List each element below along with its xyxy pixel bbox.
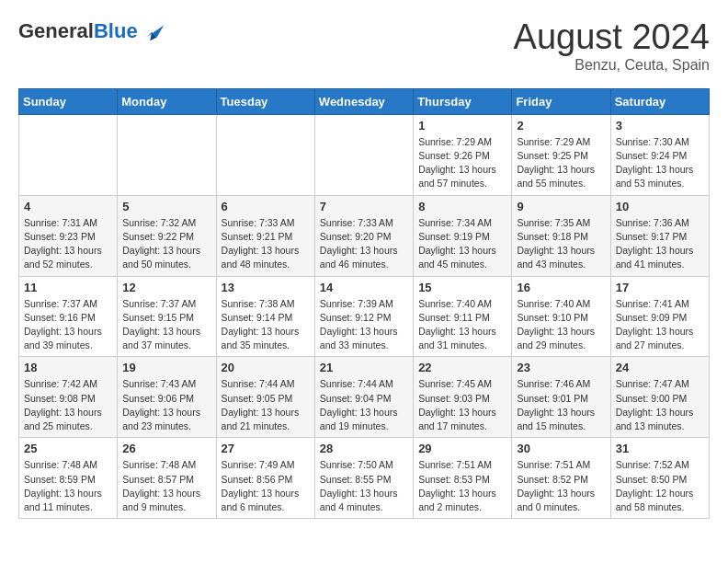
day-number: 8 [418, 200, 506, 213]
calendar-cell: 11Sunrise: 7:37 AM Sunset: 9:16 PM Dayli… [19, 276, 118, 357]
day-number: 6 [222, 200, 310, 213]
calendar-cell: 5Sunrise: 7:32 AM Sunset: 9:22 PM Daylig… [118, 195, 216, 276]
day-info: Sunrise: 7:36 AM Sunset: 9:17 PM Dayligh… [616, 216, 704, 272]
calendar-cell: 25Sunrise: 7:48 AM Sunset: 8:59 PM Dayli… [19, 438, 118, 519]
calendar-cell: 24Sunrise: 7:47 AM Sunset: 9:00 PM Dayli… [610, 357, 709, 438]
day-number: 29 [418, 442, 506, 455]
day-info: Sunrise: 7:35 AM Sunset: 9:18 PM Dayligh… [517, 216, 605, 272]
day-number: 14 [320, 281, 408, 294]
calendar-cell: 7Sunrise: 7:33 AM Sunset: 9:20 PM Daylig… [314, 195, 413, 276]
calendar-cell: 28Sunrise: 7:50 AM Sunset: 8:55 PM Dayli… [314, 438, 413, 519]
day-info: Sunrise: 7:39 AM Sunset: 9:12 PM Dayligh… [320, 297, 408, 353]
day-info: Sunrise: 7:44 AM Sunset: 9:05 PM Dayligh… [222, 377, 310, 433]
day-number: 23 [517, 361, 605, 374]
day-info: Sunrise: 7:32 AM Sunset: 9:22 PM Dayligh… [122, 216, 210, 272]
day-number: 28 [320, 442, 408, 455]
day-number: 24 [616, 361, 704, 374]
weekday-header: Friday [512, 88, 610, 114]
day-number: 3 [616, 119, 704, 132]
day-number: 12 [122, 281, 210, 294]
day-number: 20 [222, 361, 310, 374]
svg-marker-0 [146, 25, 164, 37]
logo: GeneralBlue [18, 18, 165, 44]
calendar-cell: 27Sunrise: 7:49 AM Sunset: 8:56 PM Dayli… [216, 438, 314, 519]
calendar-cell [216, 114, 314, 195]
calendar-cell: 1Sunrise: 7:29 AM Sunset: 9:26 PM Daylig… [414, 114, 512, 195]
month-year: August 2024 [514, 18, 710, 57]
calendar-cell: 9Sunrise: 7:35 AM Sunset: 9:18 PM Daylig… [512, 195, 610, 276]
weekday-header: Thursday [414, 88, 512, 114]
weekday-header: Sunday [19, 88, 118, 114]
day-info: Sunrise: 7:33 AM Sunset: 9:21 PM Dayligh… [222, 216, 310, 272]
calendar-cell: 12Sunrise: 7:37 AM Sunset: 9:15 PM Dayli… [118, 276, 216, 357]
weekday-header: Saturday [610, 88, 709, 114]
calendar-cell: 19Sunrise: 7:43 AM Sunset: 9:06 PM Dayli… [118, 357, 216, 438]
calendar-cell: 31Sunrise: 7:52 AM Sunset: 8:50 PM Dayli… [610, 438, 709, 519]
day-info: Sunrise: 7:52 AM Sunset: 8:50 PM Dayligh… [616, 458, 704, 514]
weekday-header: Wednesday [314, 88, 413, 114]
day-number: 4 [24, 200, 112, 213]
day-number: 19 [122, 361, 210, 374]
day-info: Sunrise: 7:30 AM Sunset: 9:24 PM Dayligh… [616, 135, 704, 191]
day-info: Sunrise: 7:29 AM Sunset: 9:25 PM Dayligh… [517, 135, 605, 191]
calendar-table: SundayMondayTuesdayWednesdayThursdayFrid… [18, 88, 710, 519]
calendar-cell: 15Sunrise: 7:40 AM Sunset: 9:11 PM Dayli… [414, 276, 512, 357]
calendar-cell: 8Sunrise: 7:34 AM Sunset: 9:19 PM Daylig… [414, 195, 512, 276]
calendar-cell [314, 114, 413, 195]
day-info: Sunrise: 7:51 AM Sunset: 8:53 PM Dayligh… [418, 458, 506, 514]
day-number: 13 [222, 281, 310, 294]
day-number: 18 [24, 361, 112, 374]
location: Benzu, Ceuta, Spain [514, 57, 710, 74]
calendar-cell: 30Sunrise: 7:51 AM Sunset: 8:52 PM Dayli… [512, 438, 610, 519]
day-info: Sunrise: 7:41 AM Sunset: 9:09 PM Dayligh… [616, 297, 704, 353]
calendar-cell: 13Sunrise: 7:38 AM Sunset: 9:14 PM Dayli… [216, 276, 314, 357]
weekday-header: Tuesday [216, 88, 314, 114]
calendar-cell: 23Sunrise: 7:46 AM Sunset: 9:01 PM Dayli… [512, 357, 610, 438]
day-number: 1 [418, 119, 506, 132]
day-info: Sunrise: 7:50 AM Sunset: 8:55 PM Dayligh… [320, 458, 408, 514]
day-info: Sunrise: 7:51 AM Sunset: 8:52 PM Dayligh… [517, 458, 605, 514]
day-number: 16 [517, 281, 605, 294]
calendar-cell: 21Sunrise: 7:44 AM Sunset: 9:04 PM Dayli… [314, 357, 413, 438]
calendar-cell: 6Sunrise: 7:33 AM Sunset: 9:21 PM Daylig… [216, 195, 314, 276]
weekday-header: Monday [118, 88, 216, 114]
day-info: Sunrise: 7:37 AM Sunset: 9:16 PM Dayligh… [24, 297, 112, 353]
calendar-cell: 10Sunrise: 7:36 AM Sunset: 9:17 PM Dayli… [610, 195, 709, 276]
day-number: 25 [24, 442, 112, 455]
day-info: Sunrise: 7:33 AM Sunset: 9:20 PM Dayligh… [320, 216, 408, 272]
calendar-cell: 20Sunrise: 7:44 AM Sunset: 9:05 PM Dayli… [216, 357, 314, 438]
logo-general-text: General [18, 19, 94, 42]
day-info: Sunrise: 7:48 AM Sunset: 8:59 PM Dayligh… [24, 458, 112, 514]
day-number: 21 [320, 361, 408, 374]
day-number: 2 [517, 119, 605, 132]
day-number: 22 [418, 361, 506, 374]
calendar-cell [19, 114, 118, 195]
calendar-cell: 29Sunrise: 7:51 AM Sunset: 8:53 PM Dayli… [414, 438, 512, 519]
title-block: August 2024 Benzu, Ceuta, Spain [514, 18, 710, 74]
day-info: Sunrise: 7:38 AM Sunset: 9:14 PM Dayligh… [222, 297, 310, 353]
day-info: Sunrise: 7:48 AM Sunset: 8:57 PM Dayligh… [122, 458, 210, 514]
calendar-cell: 14Sunrise: 7:39 AM Sunset: 9:12 PM Dayli… [314, 276, 413, 357]
day-number: 30 [517, 442, 605, 455]
day-number: 11 [24, 281, 112, 294]
calendar-cell: 4Sunrise: 7:31 AM Sunset: 9:23 PM Daylig… [19, 195, 118, 276]
day-number: 31 [616, 442, 704, 455]
page-header: GeneralBlue August 2024 Benzu, Ceuta, Sp… [18, 18, 710, 74]
day-info: Sunrise: 7:46 AM Sunset: 9:01 PM Dayligh… [517, 377, 605, 433]
calendar-cell: 26Sunrise: 7:48 AM Sunset: 8:57 PM Dayli… [118, 438, 216, 519]
day-number: 5 [122, 200, 210, 213]
calendar-cell [118, 114, 216, 195]
day-info: Sunrise: 7:34 AM Sunset: 9:19 PM Dayligh… [418, 216, 506, 272]
calendar-cell: 18Sunrise: 7:42 AM Sunset: 9:08 PM Dayli… [19, 357, 118, 438]
day-info: Sunrise: 7:45 AM Sunset: 9:03 PM Dayligh… [418, 377, 506, 433]
day-info: Sunrise: 7:44 AM Sunset: 9:04 PM Dayligh… [320, 377, 408, 433]
day-number: 27 [222, 442, 310, 455]
day-info: Sunrise: 7:47 AM Sunset: 9:00 PM Dayligh… [616, 377, 704, 433]
day-info: Sunrise: 7:42 AM Sunset: 9:08 PM Dayligh… [24, 377, 112, 433]
day-number: 10 [616, 200, 704, 213]
day-info: Sunrise: 7:40 AM Sunset: 9:11 PM Dayligh… [418, 297, 506, 353]
calendar-cell: 3Sunrise: 7:30 AM Sunset: 9:24 PM Daylig… [610, 114, 709, 195]
day-number: 15 [418, 281, 506, 294]
day-info: Sunrise: 7:40 AM Sunset: 9:10 PM Dayligh… [517, 297, 605, 353]
day-info: Sunrise: 7:29 AM Sunset: 9:26 PM Dayligh… [418, 135, 506, 191]
